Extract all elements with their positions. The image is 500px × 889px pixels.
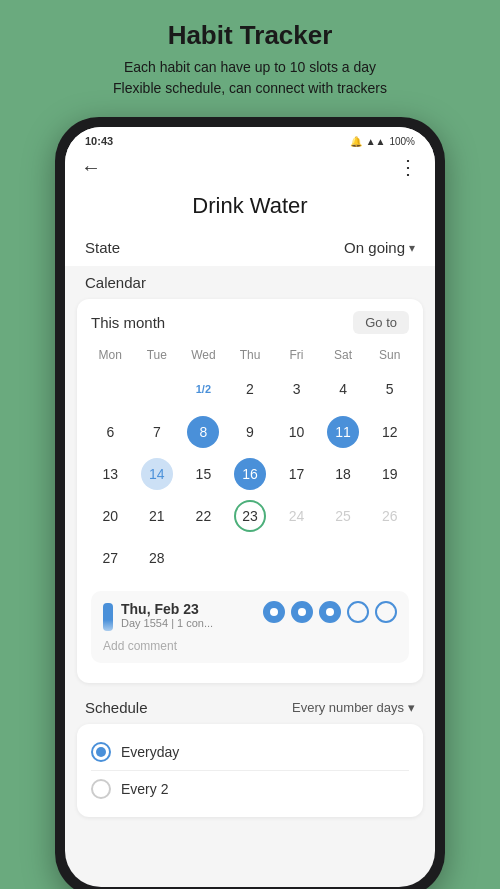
cal-cell: 26 (366, 495, 413, 537)
water-drop-icon (103, 603, 113, 631)
habit-dot-5[interactable] (375, 601, 397, 623)
top-nav: ← ⋮ (65, 151, 435, 189)
schedule-dropdown-icon: ▾ (408, 700, 415, 715)
cal-cell: 2 (227, 366, 274, 411)
day-detail-text: Thu, Feb 23 Day 1554 | 1 con... (121, 601, 213, 629)
schedule-dropdown[interactable]: Every number days ▾ (292, 700, 415, 715)
status-time: 10:43 (85, 135, 113, 147)
everyday-radio-inner (96, 747, 106, 757)
page-title: Drink Water (65, 189, 435, 233)
cal-cell: 17 (273, 453, 320, 495)
cal-cell: 28 (134, 537, 181, 579)
state-dropdown[interactable]: On going ▾ (344, 239, 415, 256)
cal-cell: 9 (227, 411, 274, 453)
weekday-thu: Thu (227, 344, 274, 366)
habit-dot-2[interactable] (291, 601, 313, 623)
weekday-fri: Fri (273, 344, 320, 366)
weekday-sun: Sun (366, 344, 413, 366)
cal-cell (227, 537, 274, 579)
cal-cell: 25 (320, 495, 367, 537)
everyday-label: Everyday (121, 744, 179, 760)
cal-cell (87, 366, 134, 411)
cal-cell: 27 (87, 537, 134, 579)
table-row: 27 28 (87, 537, 413, 579)
calendar-section-label: Calendar (65, 266, 435, 295)
calendar-header: This month Go to (87, 311, 413, 334)
app-subtitle: Each habit can have up to 10 slots a day… (113, 57, 387, 99)
cal-cell (366, 537, 413, 579)
weekday-tue: Tue (134, 344, 181, 366)
cal-cell: 16 (227, 453, 274, 495)
table-row: 6 7 8 9 10 11 12 (87, 411, 413, 453)
everyday-radio[interactable] (91, 742, 111, 762)
weekday-sat: Sat (320, 344, 367, 366)
back-button[interactable]: ← (81, 156, 101, 179)
schedule-header: Schedule Every number days ▾ (85, 699, 415, 716)
cal-cell: 14 (134, 453, 181, 495)
status-bar: 10:43 🔔 ▲▲ 100% (65, 127, 435, 151)
calendar-card: This month Go to Mon Tue Wed Thu Fri Sat… (77, 299, 423, 683)
day-detail-left: Thu, Feb 23 Day 1554 | 1 con... (103, 601, 213, 631)
state-label: State (85, 239, 120, 256)
schedule-section: Schedule Every number days ▾ (65, 691, 435, 720)
schedule-label: Schedule (85, 699, 148, 716)
schedule-option-every2[interactable]: Every 2 (91, 771, 409, 807)
cal-cell (180, 537, 227, 579)
day-sub-label: Day 1554 | 1 con... (121, 617, 213, 629)
cal-cell: 23 (227, 495, 274, 537)
signal-icon: 🔔 (350, 136, 362, 147)
state-value-text: On going (344, 239, 405, 256)
cal-cell: 8 (180, 411, 227, 453)
status-icons: 🔔 ▲▲ 100% (350, 136, 415, 147)
state-dropdown-icon: ▾ (409, 241, 415, 255)
cal-cell: 15 (180, 453, 227, 495)
this-month-label: This month (91, 314, 165, 331)
wifi-icon: ▲▲ (366, 136, 386, 147)
cal-cell (320, 537, 367, 579)
phone-frame: 10:43 🔔 ▲▲ 100% ← ⋮ Drink Water State On… (55, 117, 445, 889)
add-comment-field[interactable]: Add comment (103, 639, 397, 653)
cal-cell: 3 (273, 366, 320, 411)
more-button[interactable]: ⋮ (398, 155, 419, 179)
weekday-mon: Mon (87, 344, 134, 366)
phone-screen: 10:43 🔔 ▲▲ 100% ← ⋮ Drink Water State On… (65, 127, 435, 887)
cal-cell: 18 (320, 453, 367, 495)
cal-cell: 13 (87, 453, 134, 495)
cal-cell: 24 (273, 495, 320, 537)
cal-cell: 5 (366, 366, 413, 411)
calendar-grid: Mon Tue Wed Thu Fri Sat Sun (87, 344, 413, 579)
cal-cell: 6 (87, 411, 134, 453)
cal-cell (134, 366, 181, 411)
day-date-label: Thu, Feb 23 (121, 601, 213, 617)
cal-cell: 21 (134, 495, 181, 537)
cal-cell: 1/2 (180, 366, 227, 411)
battery-icon: 100% (389, 136, 415, 147)
day-detail-card: Thu, Feb 23 Day 1554 | 1 con... Add comm… (91, 591, 409, 663)
state-row: State On going ▾ (65, 233, 435, 266)
habit-dot-1[interactable] (263, 601, 285, 623)
habit-dots (263, 601, 397, 623)
every2-radio[interactable] (91, 779, 111, 799)
go-to-button[interactable]: Go to (353, 311, 409, 334)
table-row: 1/2 2 3 4 5 (87, 366, 413, 411)
table-row: 13 14 15 16 17 18 19 (87, 453, 413, 495)
app-title: Habit Tracker (168, 20, 333, 51)
cal-cell: 19 (366, 453, 413, 495)
habit-dot-3[interactable] (319, 601, 341, 623)
schedule-value-text: Every number days (292, 700, 404, 715)
every2-label: Every 2 (121, 781, 168, 797)
cal-cell (273, 537, 320, 579)
day-detail-header: Thu, Feb 23 Day 1554 | 1 con... (103, 601, 397, 631)
cal-cell: 10 (273, 411, 320, 453)
cal-cell: 4 (320, 366, 367, 411)
table-row: 20 21 22 23 24 25 26 (87, 495, 413, 537)
cal-cell: 22 (180, 495, 227, 537)
schedule-options-card: Everyday Every 2 (77, 724, 423, 817)
schedule-option-everyday[interactable]: Everyday (91, 734, 409, 770)
weekday-wed: Wed (180, 344, 227, 366)
cal-cell: 11 (320, 411, 367, 453)
cal-cell: 12 (366, 411, 413, 453)
habit-dot-4[interactable] (347, 601, 369, 623)
cal-cell: 7 (134, 411, 181, 453)
cal-cell: 20 (87, 495, 134, 537)
